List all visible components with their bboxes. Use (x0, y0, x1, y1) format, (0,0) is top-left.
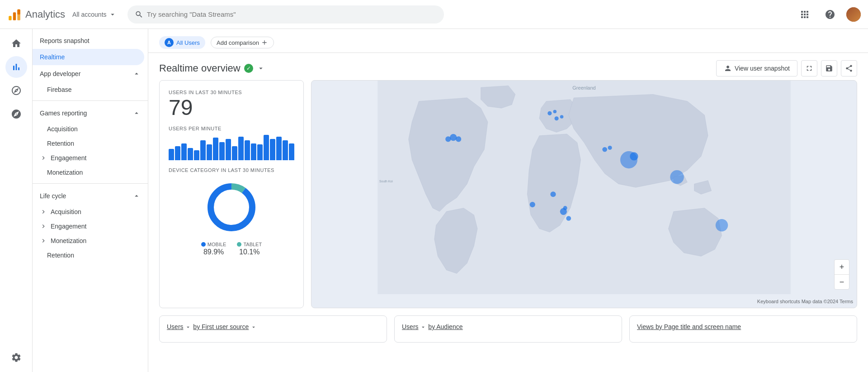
nav-firebase[interactable]: Firebase (33, 82, 148, 97)
nav-acquisition-lc[interactable]: Acquisition (33, 205, 148, 219)
donut-chart (204, 180, 259, 234)
bar-16 (270, 139, 275, 160)
world-map-svg: South Koi (311, 81, 857, 294)
nav-retention-lc-label: Retention (47, 252, 74, 259)
content-header: A All Users Add comparison (148, 29, 868, 53)
nav-acquisition-games[interactable]: Acquisition (33, 122, 148, 136)
bar-chart-icon (11, 62, 22, 72)
sidebar-advertising-button[interactable] (5, 103, 27, 125)
view-snapshot-label: View user snapshot (735, 65, 790, 72)
nav-monetization-lc[interactable]: Monetization (33, 234, 148, 248)
nav-divider-2 (33, 183, 148, 184)
map-dot-eu1 (555, 116, 559, 120)
zoom-in-button[interactable]: + (835, 260, 849, 274)
map-dot-india2 (630, 152, 638, 160)
sidebar-icons (0, 29, 33, 372)
bar-8 (219, 142, 225, 160)
search-input[interactable] (147, 10, 437, 18)
dropdown-icon-1[interactable] (185, 324, 191, 330)
mobile-dot (201, 242, 206, 247)
dropdown-arrow-icon[interactable] (257, 64, 265, 72)
add-comparison-button[interactable]: Add comparison (211, 37, 274, 48)
nav-monetization-games[interactable]: Monetization (33, 165, 148, 180)
map-container: South Koi (311, 80, 857, 308)
nav-retention-games-label: Retention (47, 140, 74, 147)
nav-retention-lc[interactable]: Retention (33, 248, 148, 262)
tablet-legend-label: TABLET (237, 242, 262, 247)
view-user-snapshot-button[interactable]: View user snapshot (716, 60, 797, 76)
nav-reports-snapshot[interactable]: Reports snapshot (33, 33, 144, 49)
nav-monetization-games-label: Monetization (47, 169, 83, 176)
device-category-label: DEVICE CATEGORY IN LAST 30 MINUTES (169, 167, 294, 173)
bar-14 (257, 144, 263, 160)
content-area: A All Users Add comparison Realtime over… (148, 29, 868, 372)
nav-retention-games[interactable]: Retention (33, 136, 148, 151)
bottom-card-first-user-source: Users by First user source (159, 315, 387, 343)
sidebar-explore-button[interactable] (5, 80, 27, 101)
bar-18 (283, 140, 288, 160)
user-avatar[interactable] (846, 7, 861, 22)
nav-section-life-cycle[interactable]: Life cycle (33, 187, 148, 205)
realtime-status-indicator (244, 64, 253, 73)
zoom-out-button[interactable]: − (835, 275, 849, 289)
mobile-legend: MOBILE 89.9% (201, 242, 226, 256)
nav-engagement-games[interactable]: Engagement (33, 151, 148, 165)
person-icon (724, 64, 732, 72)
apps-icon-button[interactable] (796, 5, 814, 24)
map-dot-me1 (602, 147, 607, 152)
account-label: All accounts (72, 11, 106, 18)
nav-section-app-developer[interactable]: App developer (33, 65, 148, 82)
analytics-logo-icon (7, 7, 22, 22)
expand-icon-button[interactable] (801, 60, 817, 76)
expand-icon (805, 64, 813, 72)
save-icon (825, 64, 833, 72)
bar-15 (264, 135, 269, 160)
bar-17 (276, 137, 282, 160)
share-icon-button[interactable] (841, 60, 857, 76)
nav-engagement-lc[interactable]: Engagement (33, 219, 148, 234)
map-footer-text: Keyboard shortcuts Map data ©2024 Terms (757, 299, 853, 304)
map-footer: Keyboard shortcuts Map data ©2024 Terms (757, 299, 853, 304)
map-dot-af3 (566, 216, 571, 221)
map-dot-aus (716, 219, 728, 231)
bar-9 (226, 139, 231, 160)
add-icon (261, 39, 268, 46)
bottom-card-title-2: Users by Audience (402, 323, 614, 330)
realtime-header: Realtime overview View user snapshot (148, 53, 868, 80)
dropdown-icon-2[interactable] (250, 324, 257, 330)
logo[interactable]: Analytics (7, 7, 65, 22)
share-icon (845, 64, 853, 72)
settings-icon (11, 352, 22, 363)
all-users-badge[interactable]: A All Users (159, 36, 205, 49)
home-icon (11, 38, 22, 49)
donut-legend: MOBILE 89.9% TABLET 10.1% (169, 242, 294, 256)
search-bar[interactable] (127, 5, 444, 24)
nav-monetization-lc-label: Monetization (51, 237, 86, 244)
bar-5 (200, 140, 206, 160)
map-dot-de (553, 110, 557, 114)
nav-realtime[interactable]: Realtime (33, 49, 144, 65)
bottom-card-audience: Users by Audience (394, 315, 622, 343)
bar-19 (289, 143, 294, 160)
main-layout: Reports snapshot Realtime App developer … (0, 29, 868, 372)
users-by-label-2: Users (402, 323, 419, 330)
save-report-icon-button[interactable] (821, 60, 837, 76)
by-first-user-source-label: by First user source (193, 323, 249, 330)
chevron-right-icon-2 (40, 208, 47, 215)
help-icon-button[interactable] (821, 5, 839, 24)
svg-rect-4 (17, 9, 20, 14)
sidebar-reports-button[interactable] (5, 56, 27, 78)
stats-card: USERS IN LAST 30 MINUTES 79 USERS PER MI… (159, 80, 304, 308)
nav-panel: Reports snapshot Realtime App developer … (33, 29, 148, 372)
nav-section-games-reporting[interactable]: Games reporting (33, 105, 148, 122)
bar-6 (207, 144, 212, 160)
sidebar-home-button[interactable] (5, 33, 27, 54)
sidebar-settings-button[interactable] (5, 347, 27, 368)
users-value: 79 (169, 97, 294, 119)
tablet-legend: TABLET 10.1% (237, 242, 262, 256)
tablet-value: 10.1% (239, 248, 259, 256)
bar-13 (251, 143, 256, 160)
search-icon (135, 10, 143, 19)
dropdown-icon-3[interactable] (420, 324, 426, 330)
account-selector[interactable]: All accounts (72, 10, 116, 19)
